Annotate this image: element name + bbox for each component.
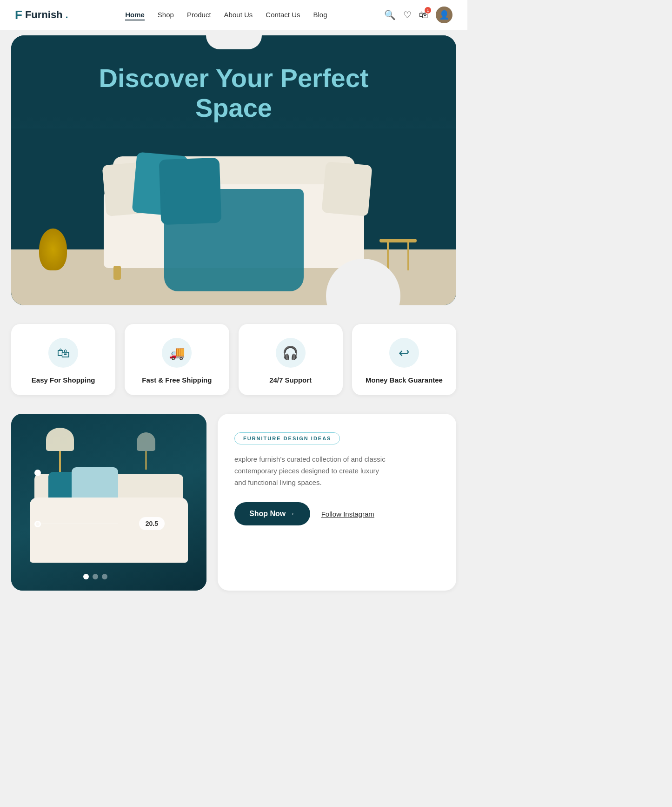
brand-logo[interactable]: F Furnish. (15, 8, 68, 22)
hero-notch (206, 35, 262, 49)
slider-dot-inactive[interactable] (34, 521, 41, 527)
room-lamp (48, 428, 72, 474)
slider-nav-dot-2[interactable] (93, 574, 98, 579)
feature-support: 🎧 24/7 Support (239, 324, 343, 395)
nav-product[interactable]: Product (187, 11, 211, 19)
easy-shopping-icon-wrap: 🛍 (48, 338, 78, 368)
truck-icon: 🚚 (169, 345, 185, 361)
content-tag: FURNITURE DESIGN IDEAS (234, 432, 340, 444)
shop-now-label: Shop Now → (249, 510, 295, 518)
free-shipping-label: Fast & Free Shipping (142, 376, 212, 384)
follow-instagram-link[interactable]: Follow Instagram (321, 510, 374, 518)
support-icon-wrap: 🎧 (276, 338, 306, 368)
brand-dot: . (66, 9, 68, 21)
money-back-icon-wrap: ↩ (389, 338, 419, 368)
cart-badge: 1 (425, 7, 431, 13)
content-description: explore furnish's curated collection of … (234, 454, 393, 488)
lamp-pole (59, 451, 61, 474)
brand-name: Furnish (25, 9, 63, 21)
lamp-right (137, 432, 155, 470)
hero-section: Discover Your Perfect Space (11, 35, 456, 305)
nav-about[interactable]: About Us (224, 11, 253, 19)
shopping-bag-icon: 🛍 (57, 345, 70, 361)
slider-dot-active[interactable] (34, 470, 41, 476)
navbar: F Furnish. Home Shop Product About Us Co… (0, 0, 467, 30)
hero-title-text2: Space (195, 93, 272, 122)
product-image-card: 20.5 (11, 414, 206, 591)
avatar[interactable]: 👤 (436, 7, 452, 23)
timer-line (34, 524, 118, 524)
feature-free-shipping: 🚚 Fast & Free Shipping (125, 324, 229, 395)
vase-left (39, 229, 67, 270)
nav-links: Home Shop Product About Us Contact Us Bl… (125, 11, 327, 19)
lamp-shade (46, 428, 74, 451)
nav-actions: 🔍 ♡ 🛍 1 👤 (384, 7, 452, 23)
table-leg-right (407, 242, 409, 270)
timer-badge: 20.5 (139, 517, 165, 530)
shop-now-button[interactable]: Shop Now → (234, 502, 310, 525)
hero-title-text1: Discover Your (99, 63, 280, 93)
room-sofa (30, 498, 188, 563)
free-shipping-icon-wrap: 🚚 (162, 338, 192, 368)
return-icon: ↩ (399, 345, 409, 361)
feature-easy-shopping: 🛍 Easy For Shopping (11, 324, 115, 395)
support-label: 24/7 Support (269, 376, 312, 384)
nav-contact[interactable]: Contact Us (266, 11, 300, 19)
headset-icon: 🎧 (282, 345, 299, 361)
slider-nav-dot-3[interactable] (102, 574, 107, 579)
easy-shopping-label: Easy For Shopping (32, 376, 95, 384)
content-card: FURNITURE DESIGN IDEAS explore furnish's… (218, 414, 456, 591)
bottom-section: 20.5 FURNITURE DESIGN IDEAS explore furn… (0, 406, 467, 609)
timer-value: 20.5 (146, 520, 158, 527)
wishlist-icon[interactable]: ♡ (403, 9, 412, 20)
hero-title-highlight: Perfect (280, 63, 369, 93)
nav-shop[interactable]: Shop (158, 11, 174, 19)
money-back-label: Money Back Guarantee (366, 376, 443, 384)
features-section: 🛍 Easy For Shopping 🚚 Fast & Free Shippi… (0, 305, 467, 406)
sofa-leg-left (113, 266, 121, 280)
cart-icon[interactable]: 🛍 1 (419, 10, 428, 20)
product-image-inner: 20.5 (11, 414, 206, 591)
table-top (379, 239, 417, 242)
hero-background: Discover Your Perfect Space (11, 35, 456, 305)
nav-home[interactable]: Home (125, 11, 145, 19)
table-leg-left (387, 242, 389, 270)
logo-icon: F (15, 8, 22, 22)
search-icon[interactable]: 🔍 (384, 9, 396, 20)
content-actions: Shop Now → Follow Instagram (234, 502, 439, 525)
pillow-right (321, 161, 372, 216)
slider-nav-dot-1[interactable] (83, 574, 89, 579)
hero-title: Discover Your Perfect Space (99, 63, 369, 123)
blanket (164, 189, 304, 291)
feature-money-back: ↩ Money Back Guarantee (352, 324, 456, 395)
nav-blog[interactable]: Blog (313, 11, 327, 19)
